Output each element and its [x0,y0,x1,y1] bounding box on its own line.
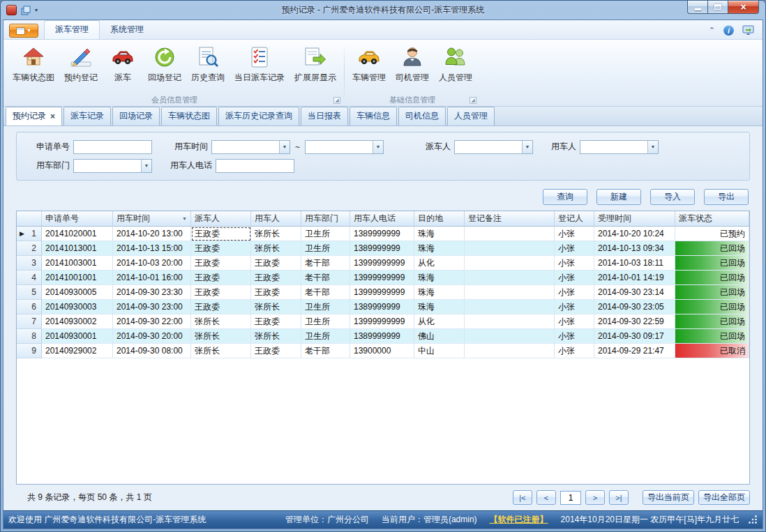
grid-cell[interactable]: 20140929002 [42,344,113,358]
status-cell[interactable]: 已回场 [675,285,749,300]
table-row[interactable]: 5201409300052014-09-30 23:30王政委王政委老干部139… [17,285,749,300]
doc-tab-当日报表[interactable]: 当日报表 [301,107,348,126]
resize-grip[interactable] [749,515,758,524]
grid-cell[interactable]: 王政委 [191,285,251,300]
grid-cell[interactable]: 王政委 [251,314,301,329]
dialog-launcher-icon[interactable]: ◢ [333,97,340,104]
grid-cell[interactable]: 王政委 [191,241,251,256]
grid-cell[interactable]: 1389999999 [350,300,414,314]
grid-cell[interactable]: 王政委 [251,271,301,285]
chevron-down-icon[interactable]: ▼ [522,141,532,153]
grid-cell[interactable] [465,271,555,285]
minimize-button[interactable] [687,1,707,14]
screen-share-icon[interactable] [742,25,754,36]
grid-cell[interactable] [465,241,555,256]
chevron-down-icon[interactable]: ▼ [373,141,383,153]
row-indicator[interactable]: 4 [17,271,42,285]
close-button[interactable]: × [728,1,759,14]
maximize-button[interactable] [707,1,728,14]
table-row[interactable]: 9201409290022014-09-30 08:00张所长王政委老干部139… [17,344,749,358]
grid-cell[interactable]: 王政委 [191,300,251,314]
ribbon-tab-派车管理[interactable]: 派车管理 [44,20,100,39]
grid-cell[interactable]: 1389999999 [350,241,414,256]
grid-cell[interactable]: 20141003001 [42,256,113,271]
doc-tab-派车历史记录查询[interactable]: 派车历史记录查询 [218,107,299,126]
column-header-用车部门[interactable]: 用车部门 [301,211,350,227]
status-cell[interactable]: 已回场 [675,329,749,344]
grid-cell[interactable]: 卫生所 [301,241,350,256]
grid-cell[interactable] [465,285,555,300]
column-header-登记备注[interactable]: 登记备注 [465,211,555,227]
grid-cell[interactable]: 20141020001 [42,227,113,241]
collapse-ribbon-icon[interactable]: ⌃ [709,26,715,35]
grid-cell[interactable] [465,300,555,314]
doc-tab-派车记录[interactable]: 派车记录 [63,107,111,126]
column-header-派车人[interactable]: 派车人 [191,211,251,227]
grid-cell[interactable]: 2014-10-01 14:19 [594,271,675,285]
first-page-button[interactable]: |< [513,490,532,505]
grid-cell[interactable]: 老干部 [301,256,350,271]
grid-cell[interactable]: 2014-09-29 21:47 [594,344,675,358]
grid-cell[interactable]: 20140930003 [42,300,113,314]
dialog-launcher-icon[interactable]: ◢ [470,97,476,104]
tab-close-icon[interactable]: × [50,112,55,121]
grid-cell[interactable]: 2014-10-01 16:00 [113,271,191,285]
grid-cell[interactable]: 2014-09-30 23:30 [113,285,191,300]
grid-cell[interactable]: 张所长 [191,344,251,358]
grid-cell[interactable]: 王政委 [251,256,301,271]
grid-cell[interactable]: 小张 [555,241,594,256]
row-indicator-header[interactable] [17,211,42,227]
grid-cell[interactable]: 珠海 [414,271,465,285]
last-page-button[interactable]: >| [609,490,629,505]
grid-cell[interactable]: 王政委 [191,271,251,285]
column-header-目的地[interactable]: 目的地 [414,211,465,227]
grid-cell[interactable] [465,227,555,241]
ribbon-button-司机管理[interactable]: 司机管理 [391,42,434,93]
import-button[interactable]: 导入 [650,189,695,205]
grid-cell[interactable]: 珠海 [414,300,465,314]
grid-cell[interactable]: 13900000 [350,344,414,358]
grid-cell[interactable]: 13999999999 [350,271,414,285]
row-indicator[interactable]: 6 [17,300,42,314]
grid-cell[interactable]: 王政委 [191,227,251,241]
car-user-combo[interactable]: ▼ [580,140,659,154]
ribbon-tab-系统管理[interactable]: 系统管理 [100,21,154,39]
table-row[interactable]: 7201409300022014-09-30 22:00张所长王政委卫生所139… [17,314,749,329]
grid-cell[interactable]: 王政委 [191,256,251,271]
grid-cell[interactable]: 2014-09-30 23:00 [113,300,191,314]
grid-cell[interactable]: 卫生所 [301,329,350,344]
grid-cell[interactable]: 2014-09-30 23:05 [594,300,675,314]
grid-cell[interactable]: 2014-09-30 20:00 [113,329,191,344]
status-cell[interactable]: 已回场 [675,241,749,256]
grid-cell[interactable]: 2014-10-03 20:00 [113,256,191,271]
grid-cell[interactable]: 小张 [555,227,594,241]
export-all-pages-button[interactable]: 导出全部页 [698,490,750,505]
grid-cell[interactable]: 2014-10-13 09:34 [594,241,675,256]
grid-cell[interactable]: 2014-09-30 09:17 [594,329,675,344]
use-time-to-combo[interactable]: ▼ [305,140,384,154]
grid-cell[interactable]: 小张 [555,344,594,358]
row-indicator[interactable]: 7 [17,314,42,329]
table-row[interactable]: ▶1201410200012014-10-20 13:00王政委张所长卫生所13… [17,227,749,241]
license-link[interactable]: 【软件已注册】 [490,514,548,526]
table-row[interactable]: 8201409300012014-09-30 20:00张所长张所长卫生所138… [17,329,749,344]
row-indicator[interactable]: 8 [17,329,42,344]
grid-cell[interactable]: 从化 [414,314,465,329]
grid-cell[interactable]: 卫生所 [301,227,350,241]
doc-tab-车辆状态图[interactable]: 车辆状态图 [161,107,217,126]
grid-cell[interactable]: 小张 [555,329,594,344]
column-filter-icon[interactable]: ▼ [180,216,187,221]
grid-cell[interactable]: 2014-10-03 18:11 [594,256,675,271]
status-cell[interactable]: 已取消 [675,344,749,358]
application-menu-button[interactable]: ▾ [9,24,38,38]
doc-tab-司机信息[interactable]: 司机信息 [398,107,446,126]
grid-cell[interactable]: 2014-10-13 15:00 [113,241,191,256]
grid-cell[interactable]: 2014-10-20 13:00 [113,227,191,241]
grid-cell[interactable]: 老干部 [301,271,350,285]
grid-cell[interactable]: 小张 [555,285,594,300]
grid-cell[interactable]: 2014-09-30 22:59 [594,314,675,329]
row-indicator[interactable]: 3 [17,256,42,271]
new-button[interactable]: 新建 [596,189,641,205]
grid-cell[interactable]: 13999999999 [350,285,414,300]
status-cell[interactable]: 已回场 [675,256,749,271]
